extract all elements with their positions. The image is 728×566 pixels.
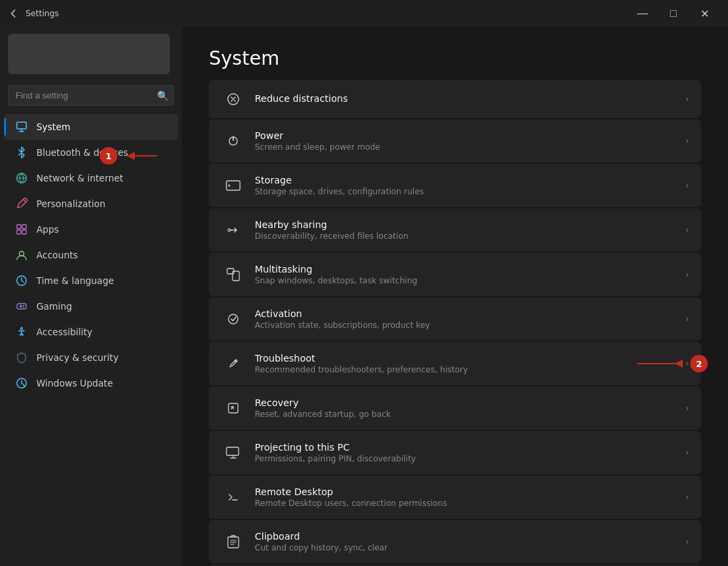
accessibility-icon [15, 325, 28, 339]
settings-item-nearby-sharing[interactable]: Nearby sharing Discoverability, received… [209, 208, 701, 252]
clipboard-icon [221, 530, 245, 554]
accessibility-label: Accessibility [36, 327, 92, 337]
privacy-label: Privacy & security [36, 352, 119, 363]
privacy-icon [15, 351, 28, 364]
settings-item-activation[interactable]: Activation Activation state, subscriptio… [209, 298, 701, 341]
recovery-icon [221, 396, 245, 420]
sidebar-item-personalization[interactable]: Personalization [4, 191, 178, 217]
activation-text: Activation Activation state, subscriptio… [255, 308, 686, 330]
sidebar-item-update[interactable]: Windows Update [4, 370, 178, 396]
recovery-title: Recovery [255, 397, 686, 408]
clipboard-text: Clipboard Cut and copy history, sync, cl… [255, 531, 686, 553]
sidebar-item-system[interactable]: System [4, 114, 178, 140]
search-input[interactable] [8, 85, 174, 106]
gaming-label: Gaming [36, 301, 72, 312]
power-title: Power [255, 130, 686, 141]
recovery-desc: Reset, advanced startup, go back [255, 409, 686, 419]
network-label: Network & internet [36, 173, 123, 183]
nearby-sharing-desc: Discoverability, received files location [255, 231, 686, 241]
svg-point-15 [229, 185, 231, 187]
minimize-button[interactable]: — [627, 3, 658, 24]
app-container: 🔍 System Blu [0, 27, 728, 566]
remote-desktop-title: Remote Desktop [255, 486, 686, 497]
page-title: System [209, 47, 701, 69]
clipboard-chevron: › [686, 537, 689, 546]
user-avatar [8, 34, 170, 74]
nearby-sharing-chevron: › [686, 225, 689, 235]
sidebar-item-accounts[interactable]: Accounts [4, 242, 178, 268]
svg-rect-3 [22, 225, 26, 229]
remote-desktop-desc: Remote Desktop users, connection permiss… [255, 499, 686, 508]
svg-rect-2 [17, 225, 21, 229]
title-bar: Settings — □ ✕ [0, 0, 728, 27]
system-label: System [36, 121, 70, 132]
bluetooth-label: Bluetooth & devices [36, 147, 128, 158]
activation-icon [221, 307, 245, 331]
power-desc: Screen and sleep, power mode [255, 142, 686, 152]
troubleshoot-title: Troubleshoot [255, 353, 686, 364]
accounts-label: Accounts [36, 250, 78, 260]
time-label: Time & language [36, 275, 114, 286]
reduce-distractions-icon [221, 87, 245, 111]
update-label: Windows Update [36, 378, 113, 389]
activation-chevron: › [686, 314, 689, 324]
update-icon [15, 376, 28, 390]
svg-rect-22 [226, 447, 239, 455]
settings-item-storage[interactable]: Storage Storage space, drives, configura… [209, 164, 701, 207]
settings-item-recovery[interactable]: Recovery Reset, advanced startup, go bac… [209, 387, 701, 430]
settings-item-multitasking[interactable]: Multitasking Snap windows, desktops, tas… [209, 253, 701, 296]
settings-item-clipboard[interactable]: Clipboard Cut and copy history, sync, cl… [209, 520, 701, 563]
search-box: 🔍 [8, 85, 174, 106]
multitasking-icon [221, 262, 245, 287]
nearby-sharing-text: Nearby sharing Discoverability, received… [255, 219, 686, 241]
svg-point-11 [21, 328, 23, 330]
projecting-icon [221, 441, 245, 465]
projecting-title: Projecting to this PC [255, 442, 686, 453]
svg-point-20 [235, 360, 237, 362]
sidebar-item-bluetooth[interactable]: Bluetooth & devices [4, 140, 178, 165]
remote-desktop-chevron: › [686, 492, 689, 502]
accounts-icon [15, 248, 28, 262]
settings-item-reduce-distractions[interactable]: Reduce distractions › [209, 80, 701, 118]
storage-title: Storage [255, 175, 686, 186]
power-chevron: › [686, 136, 689, 146]
svg-rect-4 [17, 230, 21, 234]
recovery-text: Recovery Reset, advanced startup, go bac… [255, 397, 686, 419]
sidebar-item-network[interactable]: Network & internet [4, 165, 178, 191]
sidebar-item-time[interactable]: Time & language [4, 268, 178, 293]
maximize-button[interactable]: □ [658, 3, 689, 24]
reduce-distractions-title: Reduce distractions [255, 93, 686, 104]
sidebar-item-gaming[interactable]: Gaming [4, 293, 178, 319]
sidebar-nav: System Bluetooth & devices [0, 114, 182, 396]
storage-icon [221, 173, 245, 198]
apps-icon [15, 223, 28, 236]
multitasking-title: Multitasking [255, 264, 686, 275]
remote-desktop-text: Remote Desktop Remote Desktop users, con… [255, 486, 686, 508]
app-title: Settings [26, 9, 59, 18]
storage-desc: Storage space, drives, configuration rul… [255, 187, 686, 196]
sidebar: 🔍 System Blu [0, 27, 182, 566]
personalization-label: Personalization [36, 198, 105, 209]
projecting-chevron: › [686, 448, 689, 457]
close-button[interactable]: ✕ [689, 3, 720, 24]
main-content: System Reduce distractions › [182, 27, 728, 566]
gaming-icon [15, 300, 28, 313]
back-icon[interactable] [8, 8, 19, 19]
power-text: Power Screen and sleep, power mode [255, 130, 686, 152]
svg-point-19 [229, 314, 238, 324]
settings-item-power[interactable]: Power Screen and sleep, power mode › [209, 119, 701, 163]
troubleshoot-desc: Recommended troubleshooters, preferences… [255, 365, 686, 374]
time-icon [15, 274, 28, 287]
troubleshoot-chevron: › [686, 359, 689, 368]
sidebar-item-privacy[interactable]: Privacy & security [4, 345, 178, 370]
settings-item-projecting[interactable]: Projecting to this PC Permissions, pairi… [209, 431, 701, 474]
reduce-distractions-chevron: › [686, 94, 689, 104]
settings-item-troubleshoot[interactable]: Troubleshoot Recommended troubleshooters… [209, 342, 701, 385]
multitasking-chevron: › [686, 270, 689, 279]
network-icon [15, 171, 28, 185]
multitasking-desc: Snap windows, desktops, task switching [255, 276, 686, 285]
sidebar-item-apps[interactable]: Apps [4, 217, 178, 242]
settings-item-remote-desktop[interactable]: Remote Desktop Remote Desktop users, con… [209, 476, 701, 519]
svg-rect-5 [22, 230, 26, 234]
sidebar-item-accessibility[interactable]: Accessibility [4, 319, 178, 345]
